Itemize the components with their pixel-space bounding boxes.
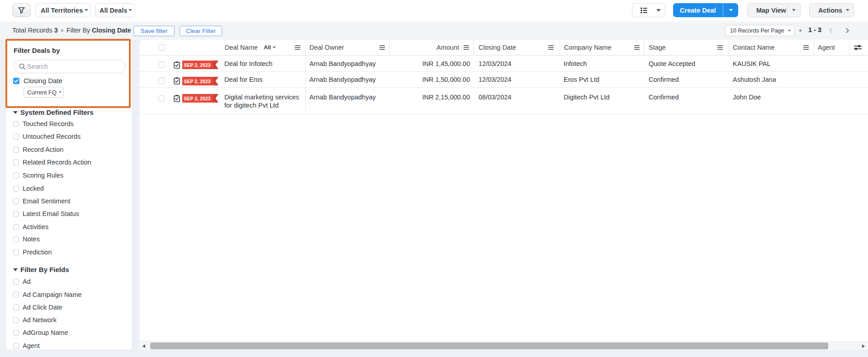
- svg-text:SEP 2, 2023: SEP 2, 2023: [184, 79, 211, 84]
- svg-text:SEP 2, 2023: SEP 2, 2023: [184, 62, 211, 68]
- svg-text:SEP 2, 2023: SEP 2, 2023: [184, 96, 211, 101]
